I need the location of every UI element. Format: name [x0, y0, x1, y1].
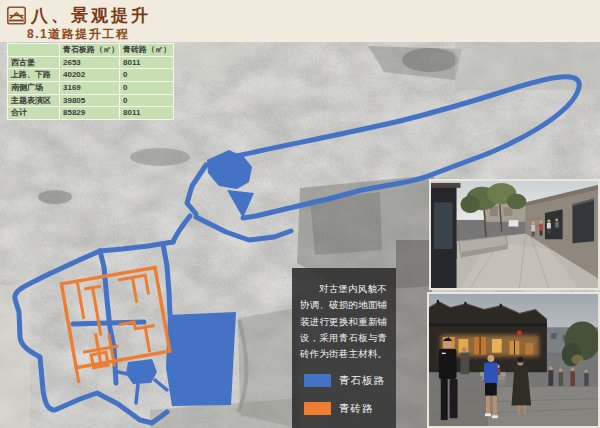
brick-road-swatch — [304, 402, 331, 415]
callout-box: 对古堡内风貌不协调、破损的地面铺装进行更换和重新铺设，采用青石板与青砖作为街巷主… — [292, 268, 396, 428]
photo-street-dusk-art — [429, 294, 598, 426]
legend-item-stone: 青石板路 — [304, 374, 389, 388]
stone-value: 3169 — [60, 82, 120, 95]
brick-value: 8011 — [120, 107, 174, 120]
table-row-total: 合计 85829 8011 — [8, 107, 174, 120]
slide: 八、景观提升 8.1道路提升工程 青石板路（㎡） 青砖路（㎡） 西古堡 2653… — [0, 0, 600, 428]
table-header-row: 青石板路（㎡） 青砖路（㎡） — [8, 44, 174, 57]
header-cell-stone: 青石板路（㎡） — [60, 44, 120, 57]
theme-performance-plaza — [166, 312, 236, 406]
header-cell-brick: 青砖路（㎡） — [120, 44, 174, 57]
row-label: 主题表演区 — [8, 94, 60, 107]
brick-value: 0 — [120, 94, 174, 107]
row-label: 西古堡 — [8, 56, 60, 69]
page-subtitle: 8.1道路提升工程 — [27, 26, 129, 43]
map-legend: 青石板路 青砖路 — [300, 374, 389, 416]
header-cell-blank — [8, 44, 60, 57]
stone-value: 40202 — [60, 69, 120, 82]
stone-value: 85829 — [60, 107, 120, 120]
page-title: 八、景观提升 — [31, 4, 151, 27]
bridge-stamp-icon — [6, 5, 27, 26]
photo-street-day — [429, 179, 600, 290]
paving-area-table: 青石板路（㎡） 青砖路（㎡） 西古堡 2653 8011 上路、下路 40202… — [7, 43, 174, 120]
brick-value: 0 — [120, 82, 174, 95]
table-row: 主题表演区 39805 0 — [8, 94, 174, 107]
photo-street-day-art — [431, 181, 598, 288]
legend-label: 青石板路 — [339, 374, 385, 388]
table-row: 南侧广场 3169 0 — [8, 82, 174, 95]
photo-street-dusk — [427, 292, 600, 428]
callout-text: 对古堡内风貌不协调、破损的地面铺装进行更换和重新铺设，采用青石板与青砖作为街巷主… — [300, 281, 389, 363]
brick-value: 8011 — [120, 56, 174, 69]
row-label: 合计 — [8, 107, 60, 120]
table-row: 西古堡 2653 8011 — [8, 56, 174, 69]
stone-value: 39805 — [60, 94, 120, 107]
small-plaza — [126, 359, 157, 384]
table-row: 上路、下路 40202 0 — [8, 69, 174, 82]
brick-value: 0 — [120, 69, 174, 82]
legend-item-brick: 青砖路 — [304, 402, 389, 416]
row-label: 南侧广场 — [8, 82, 60, 95]
legend-label: 青砖路 — [339, 402, 374, 416]
row-label: 上路、下路 — [8, 69, 60, 82]
stone-road-swatch — [304, 374, 331, 387]
stone-value: 2653 — [60, 56, 120, 69]
